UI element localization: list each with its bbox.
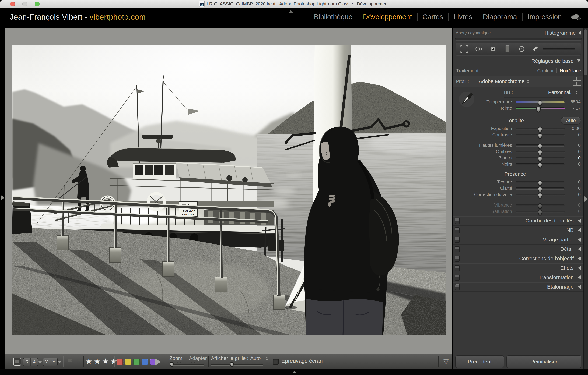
before-after-button[interactable]: RA — [23, 358, 38, 366]
zoom-slider-thumb[interactable] — [170, 362, 174, 367]
slider-thumb[interactable] — [538, 210, 542, 215]
star-2[interactable]: ★ — [94, 357, 102, 365]
grid-stepper-icon[interactable] — [266, 357, 268, 360]
slider-thumb[interactable] — [536, 107, 541, 112]
auto-tone-button[interactable]: Auto — [561, 117, 581, 124]
zoom-slider[interactable] — [170, 364, 204, 366]
sync-cloud-icon[interactable] — [570, 13, 581, 21]
color-label-3[interactable] — [133, 359, 140, 365]
wb-preset-value[interactable]: Personnal. — [548, 90, 572, 95]
panel-toggle-switch[interactable] — [455, 237, 460, 243]
boat-sign: TSUI WAH A3493 146P — [179, 202, 198, 217]
zoom-mode-label[interactable]: Zoom — [169, 355, 182, 361]
top-panel-reveal-icon[interactable] — [288, 10, 293, 13]
profile-browser-icon[interactable] — [573, 77, 580, 86]
left-panel-reveal-icon[interactable] — [1, 195, 4, 201]
profile-stepper-icon[interactable] — [527, 80, 529, 83]
module-tab-cartes[interactable]: Cartes — [417, 11, 448, 22]
panel-scrollbar[interactable] — [583, 28, 588, 375]
fullscreen-button[interactable] — [35, 1, 40, 7]
color-label-4[interactable] — [142, 359, 148, 365]
slider-hautes-lumieres: Hautes lumières0 — [453, 142, 584, 148]
loupe-view-button[interactable] — [13, 357, 21, 365]
panel-toggle-switch[interactable] — [455, 265, 460, 271]
collapse-arrow-icon — [578, 266, 581, 270]
soft-proof-checkbox[interactable] — [273, 359, 279, 365]
slider-thumb[interactable] — [538, 162, 542, 168]
fit-mode-label[interactable]: Adapter — [189, 355, 207, 361]
panel-section-virage-partiel[interactable]: Virage partiel — [453, 235, 584, 244]
reset-button[interactable]: Réinitialiser — [506, 355, 581, 368]
right-panel: Aperçu dynamique Histogramme Réglages de… — [452, 28, 584, 375]
scrollbar-thumb[interactable] — [584, 29, 587, 75]
slider-thumb[interactable] — [538, 193, 542, 199]
basic-panel-header[interactable]: Réglages de base — [453, 57, 584, 66]
before-after-dropdown-icon[interactable] — [39, 361, 42, 364]
module-tab-diaporama[interactable]: Diaporama — [478, 11, 522, 22]
panel-toggle-switch[interactable] — [455, 246, 460, 252]
panel-section-effets[interactable]: Effets — [453, 263, 584, 273]
module-picker: BibliothèqueDéveloppementCartesLivresDia… — [309, 11, 567, 22]
red-eye-icon[interactable] — [489, 45, 497, 53]
panel-toggle-switch[interactable] — [455, 275, 460, 281]
split-view-dropdown-icon[interactable] — [58, 361, 61, 364]
module-tab-impression[interactable]: Impression — [522, 11, 567, 22]
grid-slider-thumb[interactable] — [230, 362, 234, 367]
grid-overlay-value[interactable]: Auto — [250, 355, 261, 361]
right-panel-reveal-icon[interactable] — [584, 196, 588, 202]
panel-section-nb[interactable]: NB — [453, 225, 584, 235]
filmstrip-reveal-icon[interactable] — [292, 371, 296, 374]
star-1[interactable]: ★ — [85, 357, 94, 365]
minimize-button[interactable] — [22, 1, 27, 7]
panel-toggle-switch[interactable] — [455, 256, 460, 262]
panel-toggle-switch[interactable] — [455, 227, 460, 233]
panel-section-detail[interactable]: Détail — [453, 244, 584, 253]
radial-filter-icon[interactable] — [518, 45, 526, 53]
slider-value: - 17 — [566, 105, 584, 111]
slider-noirs: Noirs0 — [453, 161, 584, 167]
histogram-panel-header[interactable]: Histogramme — [545, 30, 576, 36]
reject-flag-icon[interactable] — [75, 358, 82, 365]
photo-canvas[interactable]: TSUI WAH A3493 146P — [12, 45, 446, 335]
slider-exposition: Exposition0,00 — [453, 125, 584, 132]
play-slideshow-icon[interactable] — [155, 359, 161, 365]
previous-button[interactable]: Précédent — [455, 355, 504, 368]
adjustment-brush-icon[interactable] — [532, 45, 540, 53]
module-tab-developpement[interactable]: Développement — [358, 11, 417, 22]
panel-section-courbe-des-tonalites[interactable]: Courbe des tonalités — [453, 216, 584, 225]
collapse-arrow-icon[interactable] — [578, 31, 581, 35]
grid-slider[interactable] — [211, 364, 263, 366]
collapse-arrow-icon — [578, 247, 581, 251]
pick-flag-icon[interactable] — [67, 358, 74, 365]
color-label-2[interactable] — [125, 359, 131, 365]
expand-arrow-icon — [577, 59, 581, 62]
graduated-filter-icon[interactable] — [503, 45, 511, 53]
panel-section-corrections-de-l-objectif[interactable]: Corrections de l'objectif — [453, 253, 584, 263]
spot-removal-icon[interactable] — [475, 45, 483, 53]
module-tab-livres[interactable]: Livres — [448, 11, 478, 22]
wb-stepper-icon[interactable] — [575, 91, 578, 94]
profile-value[interactable]: Adobe Monochrome — [479, 79, 525, 84]
panel-section-etalonnage[interactable]: Etalonnage — [453, 282, 584, 291]
panel-toggle-switch[interactable] — [455, 284, 460, 290]
slider-value: 0 — [566, 162, 584, 167]
split-view-button[interactable]: YY — [43, 358, 58, 366]
star-3[interactable]: ★ — [102, 357, 110, 365]
slider-temperature: Température6504 — [453, 99, 584, 105]
close-button[interactable] — [10, 1, 15, 7]
treatment-couleur[interactable]: Couleur — [535, 68, 557, 74]
toolbar-options-icon[interactable]: ▽ — [443, 357, 449, 365]
traffic-lights — [10, 1, 40, 7]
treatment-row: Traitement : Couleur Noir/blanc — [453, 66, 584, 76]
macos-titlebar[interactable]: Lr LR-CLASSIC_CatMBP_2020.lrcat - Adobe … — [0, 0, 588, 8]
color-label-1[interactable] — [116, 359, 123, 365]
soft-proof-label[interactable]: Epreuvage écran — [281, 358, 323, 364]
panel-toggle-switch[interactable] — [455, 218, 460, 224]
crop-overlay-icon[interactable] — [460, 45, 468, 53]
treatment-noir-blanc[interactable]: Noir/blanc — [557, 68, 584, 74]
module-tab-bibliotheque[interactable]: Bibliothèque — [309, 11, 358, 22]
svg-text:TSUI WAH: TSUI WAH — [181, 209, 196, 212]
slider-value: 0 — [566, 179, 584, 185]
slider-thumb[interactable] — [538, 133, 542, 139]
panel-section-transformation[interactable]: Transformation — [453, 273, 584, 282]
